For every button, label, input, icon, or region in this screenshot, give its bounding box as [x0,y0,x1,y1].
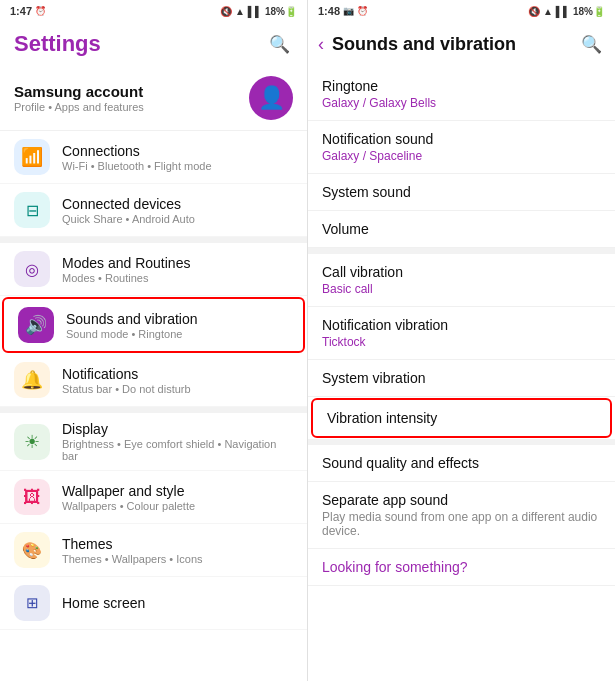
notification-vibration-value: Ticktock [322,335,601,349]
ringtone-title: Ringtone [322,78,601,94]
modes-title: Modes and Routines [62,255,293,271]
sounds-icon: 🔊 [18,307,54,343]
connected-devices-title: Connected devices [62,196,293,212]
themes-subtitle: Themes • Wallpapers • Icons [62,553,293,565]
notifications-title: Notifications [62,366,293,382]
connections-subtitle: Wi-Fi • Bluetooth • Flight mode [62,160,293,172]
search-button-left[interactable]: 🔍 [265,30,293,58]
list-item-ringtone[interactable]: Ringtone Galaxy / Galaxy Bells [308,68,615,121]
samsung-account-subtitle: Profile • Apps and features [14,101,249,113]
themes-title: Themes [62,536,293,552]
alarm-icon: ⏰ [35,6,46,16]
settings-title: Settings [14,31,101,57]
battery-left: 18%🔋 [265,6,297,17]
themes-icon: 🎨 [14,532,50,568]
alarm-icon-right: ⏰ [357,6,368,16]
sidebar-item-connected-devices[interactable]: ⊟ Connected devices Quick Share • Androi… [0,184,307,237]
mute-icon-right: 🔇 [528,6,540,17]
modes-subtitle: Modes • Routines [62,272,293,284]
list-item-separate-app-sound[interactable]: Separate app sound Play media sound from… [308,482,615,549]
notifications-icon: 🔔 [14,362,50,398]
sidebar-item-connections[interactable]: 📶 Connections Wi-Fi • Bluetooth • Flight… [0,131,307,184]
call-vibration-title: Call vibration [322,264,601,280]
connected-devices-subtitle: Quick Share • Android Auto [62,213,293,225]
home-screen-title: Home screen [62,595,293,611]
modes-icon: ◎ [14,251,50,287]
display-title: Display [62,421,293,437]
left-header: Settings 🔍 [0,22,307,68]
right-header: ‹ Sounds and vibration 🔍 [308,22,615,68]
system-vibration-title: System vibration [322,370,601,386]
sidebar-item-display[interactable]: ☀ Display Brightness • Eye comfort shiel… [0,407,307,471]
list-item-notification-vibration[interactable]: Notification vibration Ticktock [308,307,615,360]
sounds-vibration-title: Sounds and vibration [332,34,516,55]
mute-icon: 🔇 [220,6,232,17]
wallpaper-icon: 🖼 [14,479,50,515]
status-bar-right: 1:48 📷 ⏰ 🔇 ▲ ▌▌ 18%🔋 [308,0,615,22]
display-subtitle: Brightness • Eye comfort shield • Naviga… [62,438,293,462]
connections-icon: 📶 [14,139,50,175]
list-item-vibration-intensity[interactable]: Vibration intensity [311,398,612,438]
sidebar-item-home-screen[interactable]: ⊞ Home screen [0,577,307,630]
sidebar-item-wallpaper[interactable]: 🖼 Wallpaper and style Wallpapers • Colou… [0,471,307,524]
photo-icon: 📷 [343,6,354,16]
wifi-status-icon-right: ▲ [543,6,553,17]
left-phone: 1:47 ⏰ 🔇 ▲ ▌▌ 18%🔋 Settings 🔍 Samsung ac… [0,0,307,681]
system-sound-title: System sound [322,184,601,200]
separate-app-sound-subtitle: Play media sound from one app on a diffe… [322,510,601,538]
settings-list: 📶 Connections Wi-Fi • Bluetooth • Flight… [0,131,307,681]
list-item-call-vibration[interactable]: Call vibration Basic call [308,248,615,307]
sound-quality-title: Sound quality and effects [322,455,601,471]
time-left: 1:47 [10,5,32,17]
list-item-looking-for-something[interactable]: Looking for something? [308,549,615,586]
sidebar-item-themes[interactable]: 🎨 Themes Themes • Wallpapers • Icons [0,524,307,577]
notification-sound-title: Notification sound [322,131,601,147]
samsung-account-row[interactable]: Samsung account Profile • Apps and featu… [0,68,307,131]
sounds-subtitle: Sound mode • Ringtone [66,328,289,340]
sidebar-item-sounds-vibration[interactable]: 🔊 Sounds and vibration Sound mode • Ring… [2,297,305,353]
sounds-vibration-list: Ringtone Galaxy / Galaxy Bells Notificat… [308,68,615,681]
connected-devices-icon: ⊟ [14,192,50,228]
home-icon: ⊞ [14,585,50,621]
samsung-account-title: Samsung account [14,83,249,100]
back-button[interactable]: ‹ [318,34,324,55]
sidebar-item-modes-routines[interactable]: ◎ Modes and Routines Modes • Routines [0,237,307,296]
time-right: 1:48 [318,5,340,17]
wallpaper-subtitle: Wallpapers • Colour palette [62,500,293,512]
sounds-title: Sounds and vibration [66,311,289,327]
volume-title: Volume [322,221,601,237]
connections-title: Connections [62,143,293,159]
avatar: 👤 [249,76,293,120]
wallpaper-title: Wallpaper and style [62,483,293,499]
vibration-intensity-title: Vibration intensity [327,410,596,426]
list-item-volume[interactable]: Volume [308,211,615,248]
signal-status-icon-right: ▌▌ [556,6,570,17]
sidebar-item-notifications[interactable]: 🔔 Notifications Status bar • Do not dist… [0,354,307,407]
wifi-status-icon: ▲ [235,6,245,17]
list-item-system-sound[interactable]: System sound [308,174,615,211]
search-button-right[interactable]: 🔍 [577,30,605,58]
right-phone: 1:48 📷 ⏰ 🔇 ▲ ▌▌ 18%🔋 ‹ Sounds and vibrat… [307,0,615,681]
list-item-notification-sound[interactable]: Notification sound Galaxy / Spaceline [308,121,615,174]
display-icon: ☀ [14,424,50,460]
signal-status-icon: ▌▌ [248,6,262,17]
list-item-system-vibration[interactable]: System vibration [308,360,615,397]
ringtone-value: Galaxy / Galaxy Bells [322,96,601,110]
notification-sound-value: Galaxy / Spaceline [322,149,601,163]
avatar-icon: 👤 [258,85,285,111]
separate-app-sound-title: Separate app sound [322,492,601,508]
notifications-subtitle: Status bar • Do not disturb [62,383,293,395]
notification-vibration-title: Notification vibration [322,317,601,333]
call-vibration-value: Basic call [322,282,601,296]
status-bar-left: 1:47 ⏰ 🔇 ▲ ▌▌ 18%🔋 [0,0,307,22]
battery-right: 18%🔋 [573,6,605,17]
looking-for-something-title: Looking for something? [322,559,601,575]
list-item-sound-quality[interactable]: Sound quality and effects [308,439,615,482]
